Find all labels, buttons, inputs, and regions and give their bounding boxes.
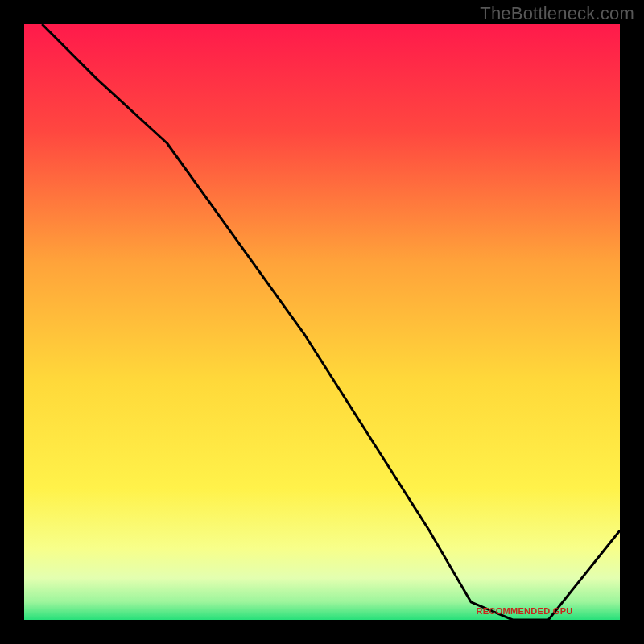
recommended-gpu-annotation: RECOMMENDED GPU: [477, 606, 573, 616]
plot-background: [24, 24, 620, 620]
chart-svg: RECOMMENDED GPU: [0, 0, 644, 644]
chart-root: TheBottleneck.com RECOMMENDED GPU: [0, 0, 644, 644]
